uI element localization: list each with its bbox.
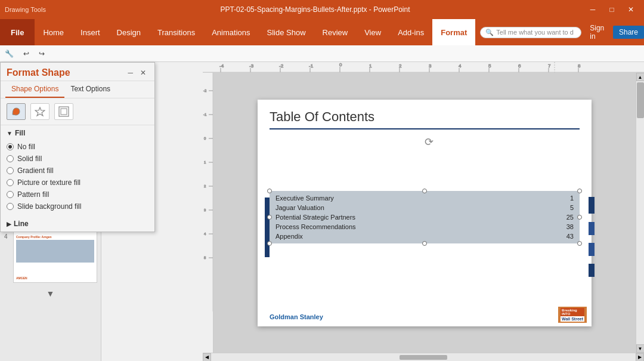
toc-row-4: Process Recommendations 38 <box>270 222 580 232</box>
scroll-track[interactable] <box>636 81 644 344</box>
svg-text:7: 7 <box>548 63 551 69</box>
restore-button[interactable]: □ <box>603 4 620 16</box>
svg-rect-1 <box>59 107 69 116</box>
menu-review[interactable]: Review <box>314 19 357 45</box>
svg-text:6: 6 <box>518 63 521 69</box>
close-button[interactable]: ✕ <box>623 4 639 16</box>
svg-text:1: 1 <box>369 63 372 69</box>
scroll-left-button[interactable]: ◀ <box>203 353 211 362</box>
handle-top-right[interactable] <box>577 189 582 193</box>
handle-mid-left[interactable] <box>267 215 272 220</box>
slide-thumb-4-preview: Company Profile: Amgen AMGEN <box>15 233 95 281</box>
fill-options: No fill Solid fill Gradient fill Picture… <box>7 141 148 212</box>
handle-bottom-right[interactable] <box>577 241 582 246</box>
line-section-header[interactable]: ▶ Line <box>1 216 154 232</box>
handle-mid-right[interactable] <box>577 215 582 220</box>
fill-collapse-arrow: ▼ <box>7 130 13 137</box>
toc-row-1: Executive Summary 1 <box>270 193 580 203</box>
radio-picture-texture[interactable]: Picture or texture fill <box>7 177 148 189</box>
tab-shape-options[interactable]: Shape Options <box>5 81 64 98</box>
scroll-down-button[interactable]: ▼ <box>636 344 645 353</box>
scroll-right-button[interactable]: ▶ <box>636 353 644 362</box>
radio-solid-fill-indicator <box>7 155 14 162</box>
svg-text:8: 8 <box>578 63 581 69</box>
table-area[interactable]: Executive Summary 1 Jaguar Valuation 5 P… <box>270 191 580 243</box>
radio-slide-bg-indicator <box>7 203 14 210</box>
panel-pin-button[interactable]: ─ <box>125 69 135 77</box>
fill-section-title: Fill <box>15 129 25 137</box>
sidebar-rect-4 <box>589 264 595 277</box>
svg-text:-2: -2 <box>203 89 207 92</box>
svg-text:-1: -1 <box>309 63 314 69</box>
svg-text:-3: -3 <box>249 63 254 69</box>
minimize-button[interactable]: ─ <box>584 4 601 16</box>
panel-controls: ─ ✕ <box>125 69 148 77</box>
vertical-ruler: -2 -1 0 1 2 3 4 5 <box>203 73 213 353</box>
solid-fill-label: Solid fill <box>17 155 42 163</box>
toc-row-3: Potential Strategic Partners 25 <box>270 212 580 222</box>
svg-text:0: 0 <box>339 62 342 67</box>
slide-canvas[interactable]: Table Of Contents ⟳ <box>213 73 636 353</box>
radio-gradient-fill[interactable]: Gradient fill <box>7 165 148 177</box>
radio-no-fill[interactable]: No fill <box>7 141 148 153</box>
radio-pattern-fill[interactable]: Pattern fill <box>7 189 148 200</box>
menu-slideshow[interactable]: Slide Show <box>259 19 314 45</box>
ribbon: 🔧 ↩ ↪ <box>0 45 644 62</box>
rotate-handle[interactable]: ⟳ <box>425 135 434 149</box>
handle-top-left[interactable] <box>267 189 272 193</box>
svg-text:3: 3 <box>429 63 432 69</box>
title-bar: Drawing Tools PPT-02-05-Spacing-Margins-… <box>0 0 644 19</box>
radio-solid-fill[interactable]: Solid fill <box>7 153 148 165</box>
slide-page: Table Of Contents ⟳ <box>258 100 592 326</box>
horizontal-scrollbar[interactable]: ◀ ▶ <box>203 353 644 361</box>
effects-icon-button[interactable] <box>30 103 49 120</box>
menu-design[interactable]: Design <box>109 19 149 45</box>
menu-animations[interactable]: Animations <box>203 19 258 45</box>
svg-text:-2: -2 <box>279 63 284 69</box>
fill-section-header[interactable]: ▼ Fill <box>7 129 148 137</box>
handle-bottom-left[interactable] <box>267 241 272 246</box>
vertical-scrollbar[interactable]: ▲ ▼ <box>636 73 644 353</box>
sign-in-button[interactable]: Sign in <box>586 24 611 41</box>
slide-thumb-4[interactable]: 4 Company Profile: Amgen AMGEN <box>13 232 97 283</box>
window-title: PPT-02-05-Spacing-Margins-Bullets-After.… <box>46 5 584 14</box>
slide-bg-label: Slide background fill <box>17 202 81 211</box>
menu-insert[interactable]: Insert <box>72 19 109 45</box>
menu-transitions[interactable]: Transitions <box>149 19 203 45</box>
radio-slide-bg[interactable]: Slide background fill <box>7 200 148 212</box>
line-collapse-arrow: ▶ <box>7 221 11 227</box>
format-shape-panel: Format Shape ─ ✕ Shape Options Text Opti… <box>0 62 155 232</box>
pattern-fill-label: Pattern fill <box>17 190 49 199</box>
menu-file[interactable]: File <box>0 19 35 45</box>
tab-text-options[interactable]: Text Options <box>64 81 116 98</box>
radio-picture-indicator <box>7 179 14 186</box>
fill-icon-button[interactable] <box>7 103 26 120</box>
scroll-up-button[interactable]: ▲ <box>636 73 645 81</box>
sidebar-rect-1 <box>589 197 595 214</box>
sidebar-rect-2 <box>589 222 595 235</box>
hscroll-track[interactable] <box>211 353 636 362</box>
radio-pattern-indicator <box>7 191 14 198</box>
drawing-tools-label: Drawing Tools <box>5 6 46 13</box>
slide-panel-scroll-down[interactable]: ▼ <box>47 289 55 298</box>
svg-marker-0 <box>35 107 45 116</box>
menu-bar: File Home Insert Design Transitions Anim… <box>0 19 644 45</box>
panel-close-button[interactable]: ✕ <box>138 69 148 77</box>
panel-icon-buttons <box>1 98 154 125</box>
share-button[interactable]: Share <box>613 26 644 39</box>
picture-texture-label: Picture or texture fill <box>17 178 80 187</box>
canvas-area: -4 -3 -2 -1 0 1 2 3 4 5 6 7 8 <box>203 62 644 361</box>
radio-no-fill-indicator <box>7 143 14 150</box>
slide-footer: Goldman Stanley <box>270 313 323 320</box>
no-fill-label: No fill <box>17 143 35 151</box>
menu-view[interactable]: View <box>356 19 389 45</box>
handle-bottom-mid[interactable] <box>422 241 427 246</box>
menu-home[interactable]: Home <box>35 19 72 45</box>
menu-addins[interactable]: Add-ins <box>389 19 432 45</box>
size-icon-button[interactable] <box>54 103 73 120</box>
handle-top-mid[interactable] <box>422 189 427 193</box>
tell-me-input[interactable]: 🔍 Tell me what you want to d <box>480 27 581 38</box>
sidebar-rect-3 <box>589 243 595 256</box>
menu-format[interactable]: Format <box>432 19 475 45</box>
panel-tabs: Shape Options Text Options <box>1 81 154 98</box>
